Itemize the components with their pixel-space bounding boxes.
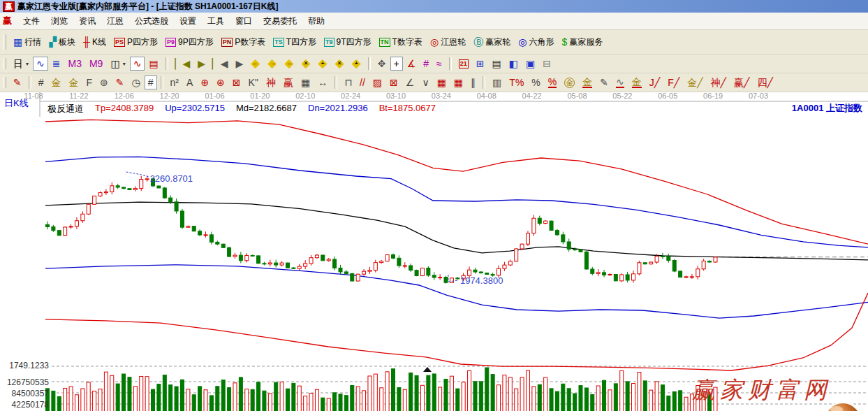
diamond-right-tool[interactable]: ◆→ bbox=[264, 57, 280, 71]
calculator-tool[interactable]: ⊞ bbox=[473, 57, 488, 71]
grid-tool-tool[interactable]: # bbox=[35, 75, 47, 89]
a-wave-icon: ∿ bbox=[616, 78, 624, 88]
k-angle-tool[interactable]: K" bbox=[245, 75, 262, 89]
gann-grid-purple-tool[interactable]: # bbox=[420, 57, 432, 71]
kline-chart-canvas[interactable]: 11-0811-2212-0612-2001-0601-2002-1002-24… bbox=[0, 92, 868, 411]
clock-tool-tool[interactable]: ◷ bbox=[128, 75, 144, 89]
red-grid-arrow-tool[interactable]: ▦ bbox=[450, 75, 466, 89]
t-square-button[interactable]: TST四方形 bbox=[270, 35, 320, 50]
menu-item-7[interactable]: 工具 bbox=[202, 14, 230, 29]
v-dots-tool[interactable]: ∨ bbox=[418, 75, 432, 89]
edit-red-tool[interactable]: ∿ bbox=[130, 57, 145, 71]
red-web-box-tool[interactable]: ⊠ bbox=[229, 75, 244, 89]
diamond-compress-tool[interactable]: ◆✕ bbox=[298, 57, 314, 71]
shen-slope-tool[interactable]: 神╱ bbox=[707, 75, 730, 89]
candle-style-tool[interactable]: ◫▾ bbox=[107, 57, 128, 71]
percent-line-tool[interactable]: T% bbox=[506, 75, 527, 89]
f-grid-tool[interactable]: F bbox=[83, 75, 96, 89]
spiral-tool-tool[interactable]: ⊚ bbox=[96, 75, 112, 89]
x-box-red-tool[interactable]: ⊠ bbox=[386, 75, 402, 89]
a-lines-tool[interactable]: A bbox=[183, 75, 196, 89]
menu-item-9[interactable]: 交易委托 bbox=[258, 14, 302, 29]
last-bar-tool[interactable]: ▶▕ bbox=[194, 57, 216, 71]
width-tool-tool[interactable]: ↔ bbox=[314, 75, 331, 89]
diamond-expand-all-tool[interactable]: ◆+ bbox=[348, 57, 365, 71]
sectors-button[interactable]: ▞板块 bbox=[45, 35, 79, 50]
calendar-tool[interactable]: 21 bbox=[455, 58, 472, 70]
p-square-button[interactable]: PSP四方形 bbox=[110, 35, 161, 50]
wave-9-tool[interactable]: M9 bbox=[86, 57, 106, 71]
gantt-bars-tool[interactable]: ▥ bbox=[489, 75, 505, 89]
picture-export-tool[interactable]: ▣ bbox=[522, 57, 538, 71]
diamond-hspan-tool[interactable]: ◆↔ bbox=[281, 57, 297, 71]
hexagon-wheel-button[interactable]: ◎六角形 bbox=[515, 35, 557, 50]
pen-red-tool[interactable]: ✎ bbox=[10, 75, 25, 89]
edit-blue-tool[interactable]: ∿ bbox=[33, 57, 48, 71]
ying-slope-tool[interactable]: 赢╱ bbox=[730, 75, 753, 89]
pan-hand-tool[interactable]: ✥ bbox=[374, 57, 390, 71]
ruler-123-tool[interactable]: ▦ bbox=[297, 75, 314, 89]
gold-underline-2-tool[interactable]: 金 bbox=[628, 76, 645, 89]
menu-item-3[interactable]: 资讯 bbox=[73, 14, 101, 29]
color-histogram-tool[interactable]: ▤ bbox=[145, 57, 161, 71]
box-tool-tool[interactable]: ⊓ bbox=[341, 75, 355, 89]
wave-3-tool[interactable]: M3 bbox=[64, 57, 84, 71]
cart-tool-tool[interactable]: ⊟ bbox=[539, 57, 554, 71]
9p-square-button[interactable]: P99P四方形 bbox=[162, 35, 217, 50]
gold-circle-tool[interactable]: 金 bbox=[561, 76, 578, 89]
p-digit-table-button[interactable]: PNP数字表 bbox=[218, 35, 270, 50]
notepad-tool[interactable]: ▤ bbox=[489, 57, 505, 71]
n-squared-tool[interactable]: n² bbox=[167, 75, 182, 89]
ying-grid-tool[interactable]: 赢 bbox=[280, 75, 297, 89]
pen-grid-tool[interactable]: ✎ bbox=[112, 75, 128, 89]
crosshair-tool[interactable]: + bbox=[390, 57, 403, 71]
t-digit-table-button[interactable]: TNT数字表 bbox=[376, 35, 426, 50]
menu-item-8[interactable]: 窗口 bbox=[230, 14, 258, 29]
shen-grid-tool[interactable]: 神 bbox=[263, 75, 279, 89]
red-target-tool[interactable]: ⊕ bbox=[197, 75, 212, 89]
gold-slope-tool[interactable]: 金╱ bbox=[684, 75, 706, 89]
parallel-lines-tool[interactable]: ∥ bbox=[467, 75, 479, 89]
winner-wheel-button[interactable]: Ⓑ赢家轮 bbox=[470, 35, 514, 50]
a-wave-tool[interactable]: ∿ bbox=[612, 76, 628, 89]
diamond-expand-tool[interactable]: ◆+ bbox=[315, 57, 331, 71]
gann-wheel-button[interactable]: ◎江恩轮 bbox=[427, 35, 469, 50]
menu-item-6[interactable]: 设置 bbox=[174, 14, 202, 29]
period-day-tool[interactable]: 日▾ bbox=[10, 57, 32, 71]
pencil-fan-tool[interactable]: ∠ bbox=[402, 75, 418, 89]
angle-measure-tool[interactable]: ∡ bbox=[404, 57, 420, 71]
menu-item-4[interactable]: 江恩 bbox=[101, 14, 129, 29]
first-bar-tool[interactable]: ▏◀ bbox=[172, 57, 194, 71]
red-grid-tool[interactable]: ▦ bbox=[434, 75, 450, 89]
percent-underline-tool[interactable]: % bbox=[545, 76, 560, 89]
ruler-123-icon: ▦ bbox=[301, 77, 310, 88]
red-web-tool[interactable]: ⊛ bbox=[213, 75, 228, 89]
j-slope-tool[interactable]: J╱ bbox=[646, 75, 663, 89]
menu-item-2[interactable]: 浏览 bbox=[45, 14, 73, 29]
pen-bars-tool[interactable]: ✎ bbox=[596, 75, 612, 89]
gold-underline-tool[interactable]: 金 bbox=[579, 76, 596, 89]
quotes-button[interactable]: ▦行情 bbox=[10, 35, 45, 50]
gold-grid-2-tool[interactable]: 金 bbox=[66, 75, 82, 89]
save-image-tool[interactable]: ◧ bbox=[506, 57, 522, 71]
winner-service-button[interactable]: $赢家服务 bbox=[558, 35, 606, 50]
wave-purple-tool[interactable]: ≈ bbox=[433, 57, 446, 71]
fan-red-tool[interactable]: // bbox=[356, 75, 369, 89]
diamond-compress-all-tool[interactable]: ◆✕ bbox=[332, 57, 348, 71]
grid-active-tool[interactable]: # bbox=[145, 75, 157, 89]
si-slope-tool[interactable]: 四╱ bbox=[753, 75, 776, 89]
fan-box-red-tool[interactable]: ▨ bbox=[369, 75, 385, 89]
menu-item-10[interactable]: 帮助 bbox=[302, 14, 330, 29]
kline-button[interactable]: ╫K线 bbox=[80, 35, 110, 50]
gold-grid-tool[interactable]: 金 bbox=[48, 75, 65, 89]
f-slope-tool[interactable]: F╱ bbox=[664, 75, 683, 89]
9t-square-button[interactable]: T99T四方形 bbox=[321, 35, 375, 50]
chart-area[interactable]: 11-0811-2212-0612-2001-0601-2002-1002-24… bbox=[0, 92, 868, 411]
menu-item-1[interactable]: 文件 bbox=[17, 14, 45, 29]
prev-bar-tool[interactable]: ◀ bbox=[217, 57, 232, 71]
note-blue-tool[interactable]: ≣ bbox=[49, 57, 64, 71]
diamond-left-tool[interactable]: ◆← bbox=[247, 57, 263, 71]
percent-tool[interactable]: % bbox=[528, 75, 543, 89]
menu-item-5[interactable]: 公式选股 bbox=[129, 14, 174, 29]
next-bar-tool[interactable]: ▶ bbox=[232, 57, 247, 71]
